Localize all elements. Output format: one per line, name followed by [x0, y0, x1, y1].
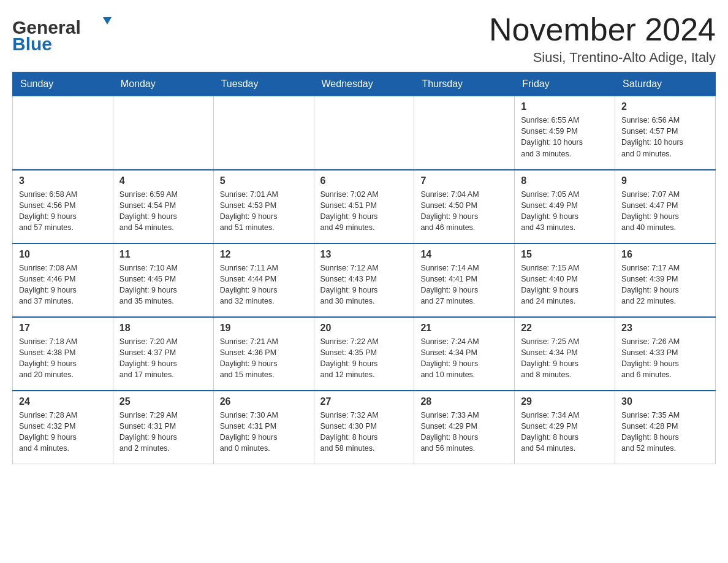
day-cell: 20Sunrise: 7:22 AM Sunset: 4:35 PM Dayli… — [314, 317, 414, 391]
day-info: Sunrise: 7:17 AM Sunset: 4:39 PM Dayligh… — [621, 262, 709, 307]
day-info: Sunrise: 7:04 AM Sunset: 4:50 PM Dayligh… — [420, 189, 508, 234]
day-number: 4 — [119, 175, 207, 186]
weekday-header-tuesday: Tuesday — [213, 72, 314, 96]
location: Siusi, Trentino-Alto Adige, Italy — [489, 50, 716, 66]
day-cell: 1Sunrise: 6:55 AM Sunset: 4:59 PM Daylig… — [515, 96, 615, 170]
day-cell: 9Sunrise: 7:07 AM Sunset: 4:47 PM Daylig… — [615, 170, 716, 243]
day-info: Sunrise: 7:02 AM Sunset: 4:51 PM Dayligh… — [320, 189, 408, 234]
day-cell: 28Sunrise: 7:33 AM Sunset: 4:29 PM Dayli… — [414, 391, 515, 464]
day-number: 15 — [521, 249, 609, 260]
day-cell: 3Sunrise: 6:58 AM Sunset: 4:56 PM Daylig… — [13, 170, 113, 243]
day-info: Sunrise: 7:15 AM Sunset: 4:40 PM Dayligh… — [521, 262, 609, 307]
weekday-header-wednesday: Wednesday — [314, 72, 414, 96]
day-cell: 22Sunrise: 7:25 AM Sunset: 4:34 PM Dayli… — [515, 317, 615, 391]
day-info: Sunrise: 7:08 AM Sunset: 4:46 PM Dayligh… — [19, 262, 107, 307]
logo-svg: General Blue — [12, 12, 123, 55]
day-info: Sunrise: 7:29 AM Sunset: 4:31 PM Dayligh… — [119, 410, 207, 454]
weekday-header-thursday: Thursday — [414, 72, 515, 96]
day-cell — [314, 96, 414, 170]
day-number: 3 — [19, 175, 107, 186]
day-info: Sunrise: 7:14 AM Sunset: 4:41 PM Dayligh… — [420, 262, 508, 307]
day-info: Sunrise: 7:20 AM Sunset: 4:37 PM Dayligh… — [119, 336, 207, 381]
week-row-2: 3Sunrise: 6:58 AM Sunset: 4:56 PM Daylig… — [13, 170, 716, 243]
day-info: Sunrise: 7:25 AM Sunset: 4:34 PM Dayligh… — [521, 336, 609, 381]
day-info: Sunrise: 7:21 AM Sunset: 4:36 PM Dayligh… — [220, 336, 308, 381]
day-info: Sunrise: 7:05 AM Sunset: 4:49 PM Dayligh… — [521, 189, 609, 234]
weekday-header-monday: Monday — [113, 72, 213, 96]
day-cell: 12Sunrise: 7:11 AM Sunset: 4:44 PM Dayli… — [213, 243, 314, 317]
day-number: 30 — [621, 396, 709, 407]
day-info: Sunrise: 7:11 AM Sunset: 4:44 PM Dayligh… — [220, 262, 308, 307]
day-info: Sunrise: 7:28 AM Sunset: 4:32 PM Dayligh… — [19, 410, 107, 454]
svg-marker-1 — [103, 17, 112, 25]
day-number: 1 — [521, 101, 609, 112]
day-number: 11 — [119, 249, 207, 260]
day-number: 5 — [220, 175, 308, 186]
day-cell: 5Sunrise: 7:01 AM Sunset: 4:53 PM Daylig… — [213, 170, 314, 243]
day-info: Sunrise: 6:56 AM Sunset: 4:57 PM Dayligh… — [621, 115, 709, 159]
day-cell: 17Sunrise: 7:18 AM Sunset: 4:38 PM Dayli… — [13, 317, 113, 391]
day-number: 14 — [420, 249, 508, 260]
day-info: Sunrise: 7:33 AM Sunset: 4:29 PM Dayligh… — [420, 410, 508, 454]
week-row-4: 17Sunrise: 7:18 AM Sunset: 4:38 PM Dayli… — [13, 317, 716, 391]
day-info: Sunrise: 7:07 AM Sunset: 4:47 PM Dayligh… — [621, 189, 709, 234]
day-info: Sunrise: 7:22 AM Sunset: 4:35 PM Dayligh… — [320, 336, 408, 381]
day-info: Sunrise: 7:26 AM Sunset: 4:33 PM Dayligh… — [621, 336, 709, 381]
day-number: 10 — [19, 249, 107, 260]
page-header: General Blue November 2024 Siusi, Trenti… — [12, 12, 716, 66]
week-row-3: 10Sunrise: 7:08 AM Sunset: 4:46 PM Dayli… — [13, 243, 716, 317]
day-cell: 6Sunrise: 7:02 AM Sunset: 4:51 PM Daylig… — [314, 170, 414, 243]
day-number: 8 — [521, 175, 609, 186]
day-cell — [213, 96, 314, 170]
day-cell: 16Sunrise: 7:17 AM Sunset: 4:39 PM Dayli… — [615, 243, 716, 317]
day-cell: 8Sunrise: 7:05 AM Sunset: 4:49 PM Daylig… — [515, 170, 615, 243]
day-number: 24 — [19, 396, 107, 407]
day-number: 17 — [19, 323, 107, 334]
day-cell: 26Sunrise: 7:30 AM Sunset: 4:31 PM Dayli… — [213, 391, 314, 464]
day-info: Sunrise: 7:30 AM Sunset: 4:31 PM Dayligh… — [220, 410, 308, 454]
day-cell: 27Sunrise: 7:32 AM Sunset: 4:30 PM Dayli… — [314, 391, 414, 464]
weekday-header-friday: Friday — [515, 72, 615, 96]
day-number: 6 — [320, 175, 408, 186]
day-info: Sunrise: 7:35 AM Sunset: 4:28 PM Dayligh… — [621, 410, 709, 454]
day-cell: 30Sunrise: 7:35 AM Sunset: 4:28 PM Dayli… — [615, 391, 716, 464]
day-cell: 15Sunrise: 7:15 AM Sunset: 4:40 PM Dayli… — [515, 243, 615, 317]
day-number: 12 — [220, 249, 308, 260]
weekday-header-row: SundayMondayTuesdayWednesdayThursdayFrid… — [13, 72, 716, 96]
day-cell: 19Sunrise: 7:21 AM Sunset: 4:36 PM Dayli… — [213, 317, 314, 391]
day-cell: 4Sunrise: 6:59 AM Sunset: 4:54 PM Daylig… — [113, 170, 213, 243]
day-info: Sunrise: 7:34 AM Sunset: 4:29 PM Dayligh… — [521, 410, 609, 454]
day-cell: 11Sunrise: 7:10 AM Sunset: 4:45 PM Dayli… — [113, 243, 213, 317]
day-number: 19 — [220, 323, 308, 334]
day-number: 22 — [521, 323, 609, 334]
day-cell: 2Sunrise: 6:56 AM Sunset: 4:57 PM Daylig… — [615, 96, 716, 170]
day-number: 29 — [521, 396, 609, 407]
day-info: Sunrise: 7:10 AM Sunset: 4:45 PM Dayligh… — [119, 262, 207, 307]
day-cell — [13, 96, 113, 170]
day-cell: 21Sunrise: 7:24 AM Sunset: 4:34 PM Dayli… — [414, 317, 515, 391]
day-cell: 24Sunrise: 7:28 AM Sunset: 4:32 PM Dayli… — [13, 391, 113, 464]
day-number: 21 — [420, 323, 508, 334]
day-number: 18 — [119, 323, 207, 334]
day-cell — [414, 96, 515, 170]
day-cell: 10Sunrise: 7:08 AM Sunset: 4:46 PM Dayli… — [13, 243, 113, 317]
title-section: November 2024 Siusi, Trentino-Alto Adige… — [489, 12, 716, 66]
day-cell: 29Sunrise: 7:34 AM Sunset: 4:29 PM Dayli… — [515, 391, 615, 464]
day-number: 28 — [420, 396, 508, 407]
day-number: 9 — [621, 175, 709, 186]
day-number: 20 — [320, 323, 408, 334]
day-cell: 25Sunrise: 7:29 AM Sunset: 4:31 PM Dayli… — [113, 391, 213, 464]
day-number: 25 — [119, 396, 207, 407]
day-number: 16 — [621, 249, 709, 260]
calendar-table: SundayMondayTuesdayWednesdayThursdayFrid… — [12, 72, 716, 464]
day-cell — [113, 96, 213, 170]
weekday-header-sunday: Sunday — [13, 72, 113, 96]
day-info: Sunrise: 7:24 AM Sunset: 4:34 PM Dayligh… — [420, 336, 508, 381]
month-title: November 2024 — [489, 12, 716, 47]
day-info: Sunrise: 7:01 AM Sunset: 4:53 PM Dayligh… — [220, 189, 308, 234]
day-number: 27 — [320, 396, 408, 407]
day-number: 2 — [621, 101, 709, 112]
day-number: 7 — [420, 175, 508, 186]
day-cell: 14Sunrise: 7:14 AM Sunset: 4:41 PM Dayli… — [414, 243, 515, 317]
day-cell: 18Sunrise: 7:20 AM Sunset: 4:37 PM Dayli… — [113, 317, 213, 391]
